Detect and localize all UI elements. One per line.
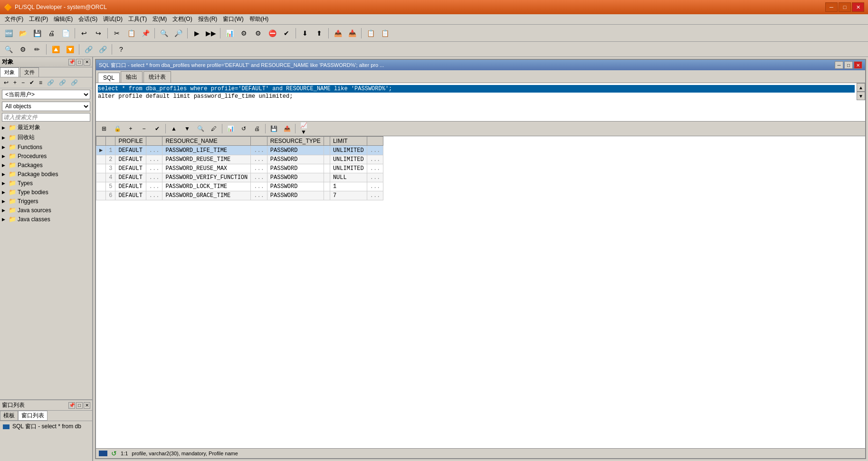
panel-float[interactable]: □ bbox=[76, 59, 83, 66]
sort-asc-btn[interactable]: ▲ bbox=[168, 123, 180, 134]
table-row[interactable]: 5 DEFAULT ... PASSWORD_LOCK_TIME ... PAS… bbox=[96, 182, 383, 191]
scroll-down-btn[interactable]: ▼ bbox=[857, 92, 865, 100]
menu-doc[interactable]: 文档(O) bbox=[170, 14, 195, 24]
table-row[interactable]: 3 DEFAULT ... PASSWORD_REUSE_MAX ... PAS… bbox=[96, 164, 383, 173]
menu-edit[interactable]: 编辑(E) bbox=[51, 14, 76, 24]
sql-win-close[interactable]: ✕ bbox=[854, 61, 862, 69]
print2-button[interactable]: 📄 bbox=[59, 27, 72, 39]
pencil-btn[interactable]: ✏ bbox=[30, 43, 44, 56]
close-button[interactable]: ✕ bbox=[852, 2, 864, 12]
lock-btn[interactable]: 🔒 bbox=[111, 123, 124, 134]
export-csv-btn[interactable]: 📊 bbox=[224, 123, 237, 134]
tb7[interactable]: ⬆ bbox=[313, 27, 326, 39]
table-row[interactable]: 6 DEFAULT ... PASSWORD_GRACE_TIME ... PA… bbox=[96, 191, 383, 200]
table-row[interactable]: 4 DEFAULT ... PASSWORD_VERIFY_FUNCTION .… bbox=[96, 173, 383, 182]
wl-tab-template[interactable]: 模板 bbox=[0, 411, 18, 421]
save-button[interactable]: 💾 bbox=[30, 27, 44, 39]
tab-output[interactable]: 输出 bbox=[121, 71, 143, 83]
print-button[interactable]: 🖨 bbox=[45, 27, 58, 39]
explain-button[interactable]: 📊 bbox=[223, 27, 236, 39]
tb6[interactable]: ⬇ bbox=[298, 27, 312, 39]
pt-btn6[interactable]: 🔗 bbox=[45, 78, 56, 87]
highlight-btn[interactable]: 🖊 bbox=[208, 123, 220, 134]
tab-file[interactable]: 文件 bbox=[20, 67, 39, 77]
new-button[interactable]: 🆕 bbox=[2, 27, 15, 39]
find-button[interactable]: 🔍 bbox=[157, 27, 171, 39]
wl-close[interactable]: ✕ bbox=[84, 402, 90, 409]
pt-btn7[interactable]: 🔗 bbox=[57, 78, 68, 87]
open-button[interactable]: 📂 bbox=[16, 27, 29, 39]
panel-close[interactable]: ✕ bbox=[84, 59, 90, 66]
cut-button[interactable]: ✂ bbox=[110, 27, 124, 39]
sql-win-min[interactable]: ─ bbox=[835, 61, 843, 69]
tree-item-recent[interactable]: ▶ 📁 最近对象 bbox=[0, 122, 92, 132]
menu-file[interactable]: 文件(F) bbox=[2, 14, 26, 24]
paste-button[interactable]: 📌 bbox=[139, 27, 152, 39]
menu-help[interactable]: 帮助(H) bbox=[247, 14, 272, 24]
tb8[interactable]: 📤 bbox=[331, 27, 344, 39]
panel-pin[interactable]: 📌 bbox=[68, 59, 75, 66]
sort-desc-btn[interactable]: ▼ bbox=[181, 123, 193, 134]
tb11[interactable]: 📋 bbox=[378, 27, 391, 39]
col-profile[interactable]: PROFILE bbox=[115, 137, 146, 146]
wl-tab-list[interactable]: 窗口列表 bbox=[18, 411, 48, 421]
refresh-btn[interactable]: ↺ bbox=[238, 123, 250, 134]
tb10[interactable]: 📋 bbox=[364, 27, 377, 39]
tree-item-java-classes[interactable]: ▶ 📁 Java classes bbox=[0, 215, 92, 224]
tree-item-recycle[interactable]: ▶ 📁 回收站 bbox=[0, 132, 92, 142]
pt-btn4[interactable]: ✔ bbox=[28, 78, 36, 87]
confirm-btn[interactable]: ✔ bbox=[151, 123, 163, 134]
tb2-3[interactable]: 🔗 bbox=[82, 43, 95, 56]
chart-btn[interactable]: 📈 ▼ bbox=[297, 123, 310, 134]
find2-button[interactable]: 🔎 bbox=[172, 27, 185, 39]
tree-item-packages[interactable]: ▶ 📁 Packages bbox=[0, 160, 92, 169]
tab-object[interactable]: 对象 bbox=[0, 67, 19, 77]
find-res-btn[interactable]: 🔍 bbox=[194, 123, 207, 134]
print-res-btn[interactable]: 🖨 bbox=[251, 123, 263, 134]
tree-item-functions[interactable]: ▶ 📁 Functions bbox=[0, 142, 92, 151]
tab-sql[interactable]: SQL bbox=[98, 73, 120, 83]
tree-item-procedures[interactable]: ▶ 📁 Procedures bbox=[0, 151, 92, 160]
settings-btn[interactable]: ⚙ bbox=[16, 43, 29, 56]
wl-pin[interactable]: 📌 bbox=[68, 402, 75, 409]
delete-row-btn[interactable]: − bbox=[138, 123, 150, 134]
export-btn[interactable]: 📤 bbox=[281, 123, 293, 134]
run-button[interactable]: ▶ bbox=[190, 27, 203, 39]
sql-editor[interactable]: select * from dba_profiles where profile… bbox=[96, 83, 857, 121]
redo-button[interactable]: ↪ bbox=[92, 27, 105, 39]
table-row[interactable]: ▶ 1 DEFAULT ... PASSWORD_LIFE_TIME ... P… bbox=[96, 146, 383, 155]
compile2-button[interactable]: ⚙ bbox=[251, 27, 265, 39]
table-row[interactable]: 2 DEFAULT ... PASSWORD_REUSE_TIME ... PA… bbox=[96, 155, 383, 164]
search-btn[interactable]: 🔍 bbox=[2, 43, 15, 56]
tb2-2[interactable]: 🔽 bbox=[63, 43, 76, 56]
run2-button[interactable]: ▶▶ bbox=[204, 27, 218, 39]
minimize-button[interactable]: ─ bbox=[825, 2, 838, 12]
object-search-input[interactable] bbox=[2, 113, 90, 122]
tab-statistics[interactable]: 统计表 bbox=[143, 71, 171, 83]
menu-report[interactable]: 报告(R) bbox=[195, 14, 220, 24]
wl-float[interactable]: □ bbox=[76, 402, 83, 409]
pt-btn3[interactable]: − bbox=[19, 78, 27, 87]
tree-item-types[interactable]: ▶ 📁 Types bbox=[0, 179, 92, 188]
grid-view-btn[interactable]: ⊞ bbox=[98, 123, 110, 134]
tb2-5[interactable]: ? bbox=[114, 43, 128, 56]
col-resource-name[interactable]: RESOURCE_NAME bbox=[162, 137, 251, 146]
col-limit[interactable]: LIMIT bbox=[330, 137, 367, 146]
add-row-btn[interactable]: + bbox=[124, 123, 137, 134]
pt-btn8[interactable]: 🔗 bbox=[69, 78, 80, 87]
menu-macro[interactable]: 宏(M) bbox=[150, 14, 170, 24]
tree-item-type-bodies[interactable]: ▶ 📁 Type bodies bbox=[0, 188, 92, 197]
compile-button[interactable]: ⚙ bbox=[237, 27, 250, 39]
object-select[interactable]: All objects bbox=[2, 102, 90, 111]
tb2-4[interactable]: 🔗 bbox=[96, 43, 109, 56]
stop-button[interactable]: ⛔ bbox=[266, 27, 279, 39]
tb9[interactable]: 📥 bbox=[345, 27, 359, 39]
scroll-up-btn[interactable]: ▲ bbox=[857, 83, 865, 92]
tb2-1[interactable]: 🔼 bbox=[49, 43, 62, 56]
copy-button[interactable]: 📋 bbox=[124, 27, 138, 39]
tree-item-java-sources[interactable]: ▶ 📁 Java sources bbox=[0, 206, 92, 215]
commit-button[interactable]: ✔ bbox=[280, 27, 293, 39]
menu-window[interactable]: 窗口(W) bbox=[220, 14, 246, 24]
save-res-btn[interactable]: 💾 bbox=[267, 123, 280, 134]
menu-debug[interactable]: 调试(D) bbox=[100, 14, 125, 24]
